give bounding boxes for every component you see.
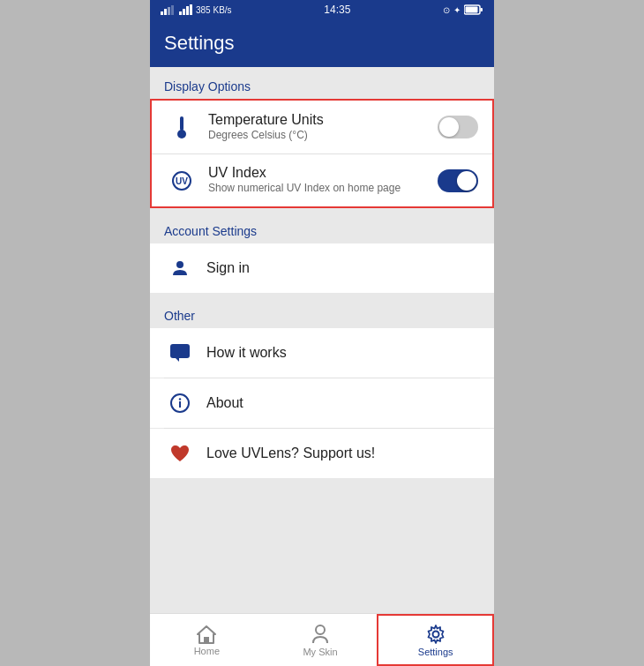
heart-icon <box>164 444 196 463</box>
svg-point-21 <box>179 398 181 400</box>
toggle-thumb <box>439 117 459 137</box>
svg-rect-9 <box>481 8 483 11</box>
svg-rect-7 <box>190 4 192 15</box>
svg-rect-5 <box>183 9 185 15</box>
svg-marker-18 <box>176 358 179 362</box>
home-nav-label: Home <box>194 646 220 656</box>
how-it-works-title: How it works <box>206 345 469 361</box>
nav-item-home[interactable]: Home <box>150 614 264 666</box>
app-header: Settings <box>150 19 494 67</box>
uv-index-subtitle: Show numerical UV Index on home page <box>208 182 427 196</box>
display-options-card: Temperature Units Degrees Celsius (°C) <box>150 99 494 208</box>
bottom-nav: Home My Skin <box>150 613 494 666</box>
temperature-units-title: Temperature Units <box>208 112 427 128</box>
svg-rect-2 <box>168 7 170 15</box>
account-settings-header: Account Settings <box>150 212 494 243</box>
status-bar: 385 KB/s 14:35 ⊙ ✦ <box>150 0 494 19</box>
temperature-units-row[interactable]: Temperature Units Degrees Celsius (°C) <box>152 101 492 153</box>
header-title: Settings <box>164 32 235 54</box>
signal-icon <box>161 4 176 15</box>
bluetooth-icon: ✦ <box>453 5 461 15</box>
battery-icon <box>464 4 483 15</box>
svg-rect-1 <box>164 9 167 15</box>
svg-rect-23 <box>204 637 209 643</box>
data-speed: 385 KB/s <box>196 5 232 15</box>
sign-in-title: Sign in <box>206 260 469 276</box>
how-it-works-text: How it works <box>196 345 480 361</box>
svg-rect-6 <box>186 6 189 15</box>
about-title: About <box>206 395 469 411</box>
toggle-thumb-uv <box>457 171 476 191</box>
network-icon <box>179 4 193 15</box>
temperature-toggle[interactable] <box>438 116 478 138</box>
svg-rect-4 <box>179 11 182 15</box>
uv-toggle[interactable] <box>438 169 478 192</box>
home-nav-icon <box>196 625 217 644</box>
uv-index-title: UV Index <box>208 165 427 181</box>
nav-item-settings[interactable]: Settings <box>377 614 494 666</box>
svg-rect-20 <box>179 401 181 408</box>
status-left: 385 KB/s <box>161 4 232 15</box>
display-options-header: Display Options <box>150 67 494 99</box>
uv-index-text: UV Index Show numerical UV Index on home… <box>198 165 438 196</box>
myskin-nav-label: My Skin <box>303 647 337 657</box>
svg-rect-0 <box>161 11 163 15</box>
about-text: About <box>196 395 480 411</box>
sign-in-text: Sign in <box>196 260 480 276</box>
temperature-units-text: Temperature Units Degrees Celsius (°C) <box>198 112 438 143</box>
chat-icon <box>164 342 196 363</box>
person-icon <box>164 258 196 279</box>
status-time: 14:35 <box>324 4 350 16</box>
thermometer-icon <box>166 115 198 139</box>
nav-item-myskin[interactable]: My Skin <box>264 614 378 666</box>
sign-in-row[interactable]: Sign in <box>150 243 494 293</box>
svg-rect-13 <box>181 125 183 134</box>
svg-rect-10 <box>466 7 478 13</box>
info-icon <box>164 393 196 414</box>
uv-icon: UV <box>166 169 198 192</box>
settings-nav-label: Settings <box>418 647 453 657</box>
phone-frame: 385 KB/s 14:35 ⊙ ✦ Settings <box>150 0 494 666</box>
svg-point-25 <box>432 631 438 637</box>
temperature-units-control[interactable] <box>438 116 478 138</box>
support-row[interactable]: Love UVLens? Support us! <box>150 429 494 478</box>
temperature-units-subtitle: Degrees Celsius (°C) <box>208 129 427 143</box>
myskin-nav-icon <box>311 624 330 645</box>
support-text: Love UVLens? Support us! <box>196 445 480 461</box>
uv-index-row[interactable]: UV UV Index Show numerical UV Index on h… <box>152 153 492 206</box>
settings-content: Display Options Temperature Units Degr <box>150 67 494 613</box>
other-header: Other <box>150 296 494 328</box>
settings-nav-icon <box>425 624 446 645</box>
left-panel <box>0 0 150 666</box>
support-title: Love UVLens? Support us! <box>206 445 469 461</box>
svg-rect-17 <box>170 344 190 358</box>
about-row[interactable]: About <box>150 378 494 428</box>
outer-container: 385 KB/s 14:35 ⊙ ✦ Settings <box>0 0 644 666</box>
how-it-works-row[interactable]: How it works <box>150 328 494 378</box>
svg-point-16 <box>176 261 183 268</box>
svg-rect-3 <box>171 5 174 15</box>
alarm-icon: ⊙ <box>443 5 450 15</box>
status-right: ⊙ ✦ <box>443 4 483 15</box>
svg-point-24 <box>316 625 325 634</box>
svg-text:UV: UV <box>176 176 188 186</box>
uv-index-control[interactable] <box>438 169 478 192</box>
right-panel <box>494 0 644 666</box>
